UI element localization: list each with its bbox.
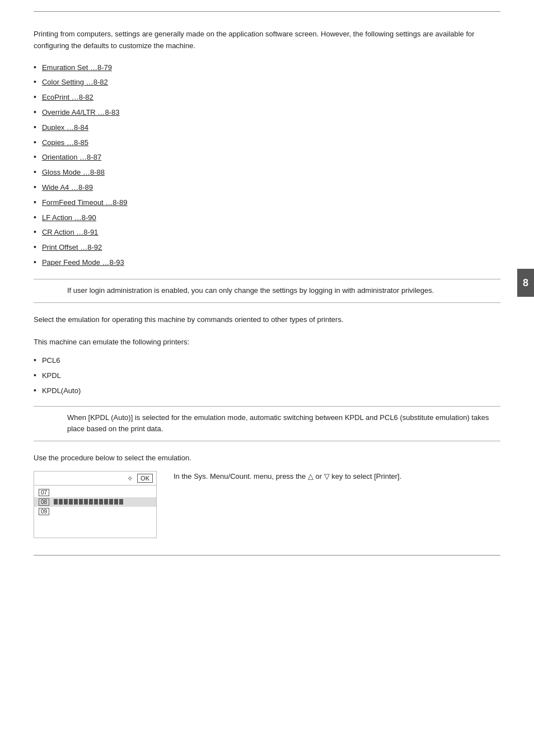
screen-rows: 070809 [34,486,156,519]
settings-list-item: Color Setting …8-82 [34,76,500,88]
settings-list-item: Gloss Mode …8-88 [34,166,500,179]
emulator-label: KPDL(Auto) [42,385,81,397]
screen-row: 07 [34,488,156,497]
procedure-intro: Use the procedure below to select the em… [34,452,500,464]
settings-list-item: CR Action …8-91 [34,226,500,239]
screen-box: ⟡ OK 070809 [34,471,157,538]
emulator-item: KPDL(Auto) [34,384,500,397]
settings-item-label[interactable]: Override A4/LTR …8-83 [42,107,120,119]
top-rule [34,11,500,12]
settings-list-item: Orientation …8-87 [34,151,500,164]
emulator-label: PCL6 [42,355,60,367]
settings-item-label[interactable]: Print Offset …8-92 [42,242,102,254]
settings-item-label[interactable]: Duplex …8-84 [42,122,88,134]
settings-item-label[interactable]: CR Action …8-91 [42,227,98,239]
row-bar [94,499,98,505]
settings-list-item: Duplex …8-84 [34,121,500,134]
note1-text: If user login administration is enabled,… [67,285,489,297]
row-bar [114,499,118,505]
row-bar [79,499,83,505]
settings-item-label[interactable]: LF Action …8-90 [42,212,96,224]
note2-text: When [KPDL (Auto)] is selected for the e… [67,412,489,436]
settings-list-item: LF Action …8-90 [34,211,500,224]
row-bar [69,499,73,505]
row-bar [109,499,113,505]
screen-row: 08 [34,497,156,507]
intro-text: Printing from computers, settings are ge… [34,29,500,52]
row-bars [54,499,152,505]
settings-item-label[interactable]: Emuration Set …8-79 [42,62,112,74]
row-bar [59,499,63,505]
settings-list-item: Print Offset …8-92 [34,241,500,254]
bottom-rule [34,555,500,556]
settings-list-item: Emuration Set …8-79 [34,61,500,74]
settings-item-label[interactable]: EcoPrint …8-82 [42,92,93,104]
procedure-row: ⟡ OK 070809 In the Sys. Menu/Count. menu… [34,471,500,538]
settings-item-label[interactable]: Color Setting …8-82 [42,77,108,88]
emulator-item: KPDL [34,369,500,382]
emulation-list-intro: This machine can emulate the following p… [34,337,500,348]
row-num: 09 [39,508,49,515]
procedure-note: In the Sys. Menu/Count. menu, press the … [174,471,500,483]
note-box-2: When [KPDL (Auto)] is selected for the e… [34,406,500,442]
settings-item-label[interactable]: Paper Feed Mode …8-93 [42,257,124,269]
row-bar [119,499,123,505]
settings-list-item: Copies …8-85 [34,136,500,149]
chapter-tab: 8 [517,269,534,297]
row-bar [54,499,58,505]
settings-list-item: EcoPrint …8-82 [34,91,500,104]
emulators-list: PCL6KPDLKPDL(Auto) [34,354,500,396]
settings-item-label[interactable]: Wide A4 …8-89 [42,182,93,194]
settings-list-item: Wide A4 …8-89 [34,181,500,194]
row-bar [74,499,78,505]
settings-item-label[interactable]: Copies …8-85 [42,137,88,149]
settings-item-label[interactable]: Gloss Mode …8-88 [42,167,105,179]
screen-row: 09 [34,507,156,516]
settings-item-label[interactable]: FormFeed Timeout …8-89 [42,197,127,209]
row-bar [89,499,93,505]
settings-list-item: Paper Feed Mode …8-93 [34,256,500,269]
settings-list-item: FormFeed Timeout …8-89 [34,196,500,209]
emulator-item: PCL6 [34,354,500,367]
emulation-intro: Select the emulation for operating this … [34,314,500,326]
screen-top-bar: ⟡ OK [34,472,156,486]
emulator-label: KPDL [42,370,61,382]
row-bar [104,499,108,505]
note-box-1: If user login administration is enabled,… [34,279,500,303]
row-num: 07 [39,489,49,496]
settings-list-item: Override A4/LTR …8-83 [34,106,500,119]
row-bar [84,499,88,505]
ok-button[interactable]: OK [137,474,153,483]
row-bar [99,499,103,505]
row-num: 08 [39,498,49,506]
row-bar [64,499,68,505]
settings-list: Emuration Set …8-79Color Setting …8-82Ec… [34,61,500,269]
settings-item-label[interactable]: Orientation …8-87 [42,152,101,164]
nav-icon: ⟡ [128,474,133,483]
